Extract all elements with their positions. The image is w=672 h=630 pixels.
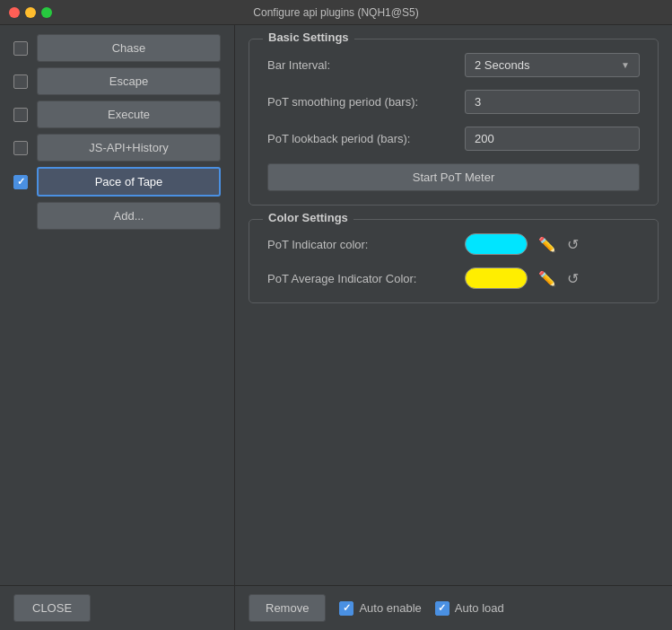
pot-smoothing-row: PoT smoothing period (bars): (267, 90, 640, 114)
pot-smoothing-input[interactable] (465, 90, 640, 114)
sidebar-item-add: Add... (13, 202, 221, 230)
bottom-bar: CLOSE Remove Auto enable Auto load (0, 585, 672, 630)
minimize-button[interactable] (25, 7, 36, 18)
pot-average-reset-icon[interactable]: ↺ (565, 268, 580, 289)
js-api-history-button[interactable]: JS-API+History (37, 134, 221, 162)
auto-enable-text: Auto enable (359, 601, 421, 615)
bar-interval-control: 2 Seconds ▼ (465, 53, 640, 77)
pot-indicator-reset-icon[interactable]: ↺ (565, 234, 580, 255)
main-container: Chase Escape Execute JS-API+History Pace… (0, 25, 672, 585)
sidebar-item-execute: Execute (13, 101, 221, 128)
sidebar-item-chase: Chase (13, 34, 221, 62)
close-button[interactable]: CLOSE (13, 594, 91, 622)
auto-load-text: Auto load (455, 601, 504, 615)
remove-button[interactable]: Remove (249, 594, 326, 622)
pot-average-color-label: PoT Average Indicator Color: (267, 272, 465, 285)
pot-average-color-swatch[interactable] (465, 267, 528, 289)
chase-checkbox[interactable] (13, 41, 28, 56)
add-button[interactable]: Add... (37, 202, 221, 230)
color-settings-title: Color Settings (263, 211, 353, 224)
js-api-history-checkbox[interactable] (13, 141, 28, 155)
auto-load-label[interactable]: Auto load (435, 601, 504, 616)
pot-average-color-row: PoT Average Indicator Color: ✏️ ↺ (267, 267, 640, 289)
bar-interval-row: Bar Interval: 2 Seconds ▼ (267, 53, 640, 77)
basic-settings-group: Basic Settings Bar Interval: 2 Seconds ▼… (249, 39, 659, 206)
bottom-left: CLOSE (0, 586, 235, 630)
content-area: Basic Settings Bar Interval: 2 Seconds ▼… (235, 25, 672, 585)
escape-checkbox[interactable] (13, 74, 28, 89)
pot-indicator-color-swatch[interactable] (465, 233, 528, 255)
pot-lookback-control (465, 127, 640, 151)
sidebar: Chase Escape Execute JS-API+History Pace… (0, 25, 235, 585)
color-settings-group: Color Settings PoT Indicator color: ✏️ ↺… (249, 219, 659, 303)
bottom-right: Remove Auto enable Auto load (235, 594, 672, 622)
pot-average-color-actions: ✏️ ↺ (537, 268, 580, 289)
start-btn-row: Start PoT Meter (267, 163, 640, 191)
pot-lookback-input[interactable] (465, 127, 640, 151)
window-controls[interactable] (9, 7, 52, 18)
auto-enable-checkbox[interactable] (339, 601, 353, 616)
bar-interval-dropdown[interactable]: 2 Seconds ▼ (465, 53, 640, 77)
title-bar: Configure api plugins (NQH1@S5) (0, 0, 672, 25)
auto-enable-label[interactable]: Auto enable (339, 601, 421, 616)
close-window-button[interactable] (9, 7, 20, 18)
pot-average-color-controls: ✏️ ↺ (465, 267, 580, 289)
pot-indicator-edit-icon[interactable]: ✏️ (537, 234, 558, 255)
dropdown-arrow-icon: ▼ (621, 60, 630, 70)
chase-button[interactable]: Chase (37, 34, 221, 62)
pot-lookback-label: PoT lookback period (bars): (267, 132, 465, 145)
execute-button[interactable]: Execute (37, 101, 221, 128)
pot-indicator-color-row: PoT Indicator color: ✏️ ↺ (267, 233, 640, 255)
pot-indicator-color-actions: ✏️ ↺ (537, 234, 580, 255)
basic-settings-title: Basic Settings (263, 31, 354, 44)
maximize-button[interactable] (41, 7, 52, 18)
sidebar-item-escape: Escape (13, 67, 221, 95)
start-pot-meter-button[interactable]: Start PoT Meter (267, 163, 640, 191)
auto-load-checkbox[interactable] (435, 601, 449, 616)
pot-smoothing-control (465, 90, 640, 114)
pot-indicator-color-label: PoT Indicator color: (267, 238, 465, 251)
pot-indicator-color-controls: ✏️ ↺ (465, 233, 580, 255)
window-title: Configure api plugins (NQH1@S5) (253, 6, 418, 19)
pot-smoothing-label: PoT smoothing period (bars): (267, 95, 465, 109)
execute-checkbox[interactable] (13, 108, 28, 122)
escape-button[interactable]: Escape (37, 67, 221, 95)
pace-of-tape-button[interactable]: Pace of Tape (37, 167, 221, 197)
bar-interval-label: Bar Interval: (267, 58, 465, 72)
pot-lookback-row: PoT lookback period (bars): (267, 127, 640, 151)
bar-interval-value: 2 Seconds (475, 58, 529, 72)
sidebar-item-pace-of-tape: Pace of Tape (13, 167, 221, 197)
sidebar-item-js-api-history: JS-API+History (13, 134, 221, 162)
pot-average-edit-icon[interactable]: ✏️ (537, 268, 558, 289)
pace-of-tape-checkbox[interactable] (13, 175, 28, 189)
